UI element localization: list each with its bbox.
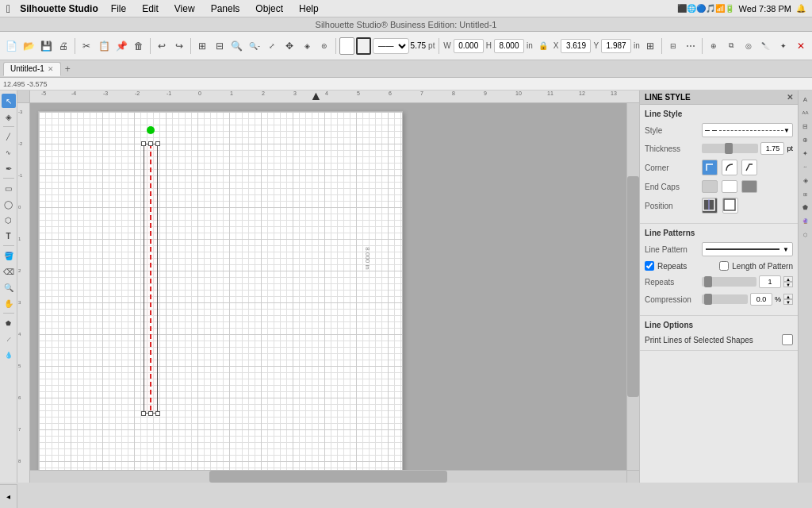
tool-line[interactable]: ╱ (2, 129, 16, 144)
tb-ungroup[interactable]: ⊟ (212, 37, 228, 56)
expand-btn[interactable]: ◂ (6, 492, 10, 501)
tb-align-panel[interactable]: ⊟ (665, 37, 681, 56)
handle-bl[interactable] (141, 411, 146, 416)
tb-redo[interactable]: ↪ (171, 37, 187, 56)
tb-cut[interactable]: ✂ (79, 37, 94, 56)
tb-move[interactable]: ✥ (282, 37, 297, 56)
repeats-spin-up[interactable]: ▲ (783, 276, 793, 282)
tool-pen[interactable]: ✒ (2, 161, 16, 175)
tool-zoom[interactable]: 🔍 (2, 280, 16, 294)
menu-object[interactable]: Object (252, 2, 286, 16)
canvas-scroll[interactable]: 8.000 in (30, 103, 626, 470)
handle-tm[interactable] (148, 141, 153, 146)
scrollbar-thumb-v[interactable] (627, 176, 639, 396)
tool-polygon[interactable]: ⬡ (2, 213, 16, 227)
tb-new[interactable]: 📄 (3, 37, 19, 56)
canvas-area[interactable]: ▲ -5 -4 -3 -2 -1 0 1 2 3 4 5 6 7 8 9 10 … (17, 90, 639, 483)
handle-bm[interactable] (148, 411, 153, 416)
compression-spin-down[interactable]: ▼ (783, 299, 793, 305)
tb-undo[interactable]: ↩ (154, 37, 170, 56)
scroll-up-indicator[interactable]: ▲ (309, 90, 322, 103)
rs-btn-3[interactable]: ⊟ (800, 121, 811, 132)
apple-logo[interactable]:  (6, 2, 10, 15)
tb-copy[interactable]: 📋 (96, 37, 112, 56)
lock-aspect[interactable]: 🔒 (535, 37, 551, 56)
repeats-slider[interactable] (702, 277, 756, 287)
tb-group[interactable]: ⊞ (194, 37, 210, 56)
width-field[interactable] (454, 39, 484, 53)
selected-object[interactable] (144, 144, 158, 414)
rs-btn-5[interactable]: ✦ (800, 148, 811, 159)
tb-close[interactable]: ✕ (793, 37, 809, 56)
repeats-checkbox[interactable] (645, 261, 654, 271)
style-dropdown[interactable]: ▼ (702, 123, 793, 137)
height-field[interactable] (494, 39, 524, 53)
tool-ellipse[interactable]: ◯ (2, 197, 16, 211)
stroke-selector[interactable] (356, 37, 371, 55)
thickness-slider[interactable] (702, 144, 758, 153)
line-pattern-dropdown[interactable]: ▼ (702, 242, 793, 256)
rs-btn-10[interactable]: 🔮 (800, 215, 811, 226)
repeats-spin-down[interactable]: ▼ (783, 282, 793, 287)
tool-node[interactable]: ◈ (2, 110, 16, 124)
tb-paste[interactable]: 📌 (113, 37, 129, 56)
fill-selector[interactable] (339, 37, 354, 55)
tb-save[interactable]: 💾 (38, 37, 54, 56)
new-tab-btn[interactable]: + (65, 64, 71, 75)
tb-print[interactable]: 🖨 (56, 37, 71, 56)
menu-help[interactable]: Help (296, 2, 322, 16)
y-field[interactable] (601, 39, 631, 53)
thickness-input[interactable] (760, 142, 784, 155)
tb-replicate[interactable]: ⧉ (723, 37, 739, 56)
menu-edit[interactable]: Edit (139, 2, 162, 16)
tool-eraser[interactable]: ⌫ (2, 264, 16, 279)
x-field[interactable] (561, 39, 591, 53)
menu-file[interactable]: File (108, 2, 129, 16)
menu-panels[interactable]: Panels (208, 2, 243, 16)
cap-btn-2[interactable] (722, 180, 737, 193)
handle-tr[interactable] (155, 141, 160, 146)
corner-btn-3[interactable] (741, 160, 757, 175)
print-lines-checkbox[interactable] (782, 334, 793, 345)
rs-btn-2[interactable]: AA (800, 107, 811, 118)
repeats-input[interactable] (759, 275, 781, 288)
tb-zoom-in[interactable]: 🔍 (229, 37, 245, 56)
tool-select[interactable]: ↖ (2, 94, 16, 108)
compression-input[interactable] (750, 293, 772, 306)
tool-bezier[interactable]: ∿ (2, 145, 16, 160)
tool-knife[interactable]: ⟋ (2, 332, 16, 346)
cap-btn-1[interactable] (702, 180, 718, 193)
notification-icon[interactable]: 🔔 (796, 4, 806, 13)
rs-btn-6[interactable]: ↔ (800, 161, 811, 172)
tb-transform[interactable]: ⊕ (706, 37, 722, 56)
tb-weld[interactable]: ✦ (776, 37, 791, 56)
line-style-select[interactable]: —— - - - ··· (373, 38, 409, 54)
pos-btn-2[interactable] (722, 198, 738, 214)
tb-open[interactable]: 📂 (21, 37, 36, 56)
scrollbar-thumb-h[interactable] (209, 471, 448, 483)
rs-btn-1[interactable]: A (800, 94, 811, 105)
tab-untitled1[interactable]: Untitled-1 ✕ (3, 62, 61, 76)
rs-btn-9[interactable]: ⬟ (800, 202, 811, 213)
corner-btn-2[interactable] (722, 160, 737, 175)
tb-zoom-fit[interactable]: ⤢ (264, 37, 280, 56)
tab-close-btn[interactable]: ✕ (48, 65, 54, 73)
menu-view[interactable]: View (171, 2, 198, 16)
compression-slider[interactable] (702, 294, 748, 304)
tb-grid[interactable]: ⊞ (642, 37, 658, 56)
rs-btn-8[interactable]: ⊞ (800, 188, 811, 199)
tool-dropper[interactable]: 💧 (2, 348, 16, 362)
tool-pan[interactable]: ✋ (2, 296, 16, 310)
tb-zoom-out[interactable]: 🔍- (247, 37, 262, 56)
rs-btn-11[interactable]: ⬡ (800, 229, 811, 240)
pos-btn-1[interactable] (702, 198, 718, 214)
tb-node[interactable]: ◈ (299, 37, 315, 56)
length-of-pattern-checkbox[interactable] (719, 261, 729, 271)
rs-btn-4[interactable]: ⊕ (800, 134, 811, 145)
tb-more[interactable]: ⋯ (683, 37, 699, 56)
tool-text[interactable]: T (2, 229, 16, 243)
cap-btn-3[interactable] (741, 180, 757, 193)
corner-btn-1[interactable] (702, 160, 718, 175)
handle-br[interactable] (155, 411, 160, 416)
tb-delete[interactable]: 🗑 (131, 37, 147, 56)
